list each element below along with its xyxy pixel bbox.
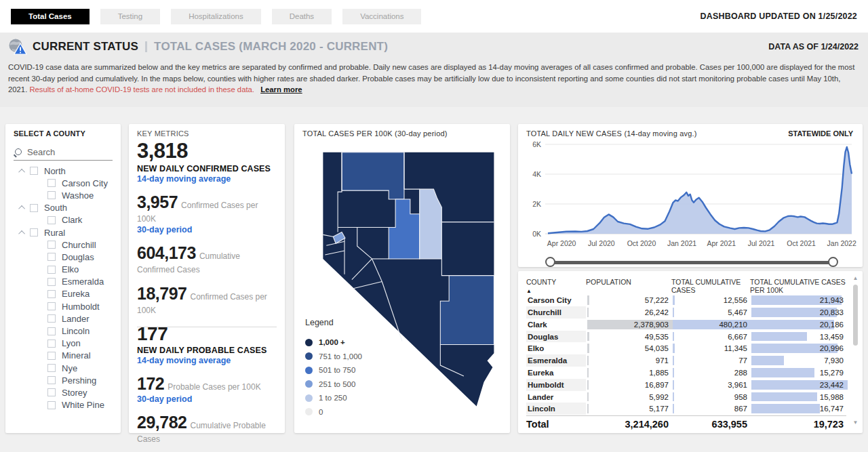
data-bar	[587, 332, 589, 342]
tree-item-eureka[interactable]: Eureka	[5, 288, 121, 300]
svg-text:Jul 2021: Jul 2021	[748, 239, 775, 247]
slider-handle-start[interactable]	[545, 257, 555, 267]
tab-hospitalizations[interactable]: Hospitalizations	[171, 9, 261, 24]
checkbox[interactable]	[47, 216, 56, 224]
checkbox[interactable]	[47, 278, 56, 286]
data-bar	[587, 368, 589, 377]
column-header-total-cases[interactable]: TOTAL CUMULATIVE CASES	[671, 275, 750, 294]
table-row-churchill[interactable]: Churchill26,2425,46720,833	[526, 306, 846, 319]
learn-more-link[interactable]: Learn more	[260, 85, 302, 94]
checkbox[interactable]	[47, 388, 56, 396]
checkbox[interactable]	[47, 340, 56, 348]
data-bar	[673, 308, 674, 317]
new-daily-probable-value: 177	[137, 323, 277, 345]
checkbox[interactable]	[47, 327, 56, 335]
checkbox[interactable]	[47, 179, 56, 187]
tab-testing[interactable]: Testing	[100, 9, 160, 24]
data-bar	[587, 356, 589, 365]
checkbox[interactable]	[30, 204, 38, 212]
table-row-carson-city[interactable]: Carson City57,22212,55621,943	[526, 294, 846, 306]
tree-item-humboldt[interactable]: Humboldt	[5, 300, 121, 312]
tree-item-elko[interactable]: Elko	[5, 264, 121, 276]
tree-item-washoe[interactable]: Washoe	[5, 189, 121, 201]
slider-track[interactable]	[551, 261, 833, 264]
tree-item-lincoln[interactable]: Lincoln	[5, 325, 121, 337]
tree-item-lyon[interactable]: Lyon	[5, 337, 121, 350]
checkbox[interactable]	[30, 167, 38, 175]
checkbox[interactable]	[47, 352, 56, 360]
checkbox[interactable]	[47, 253, 56, 261]
scrollbar-thumb[interactable]	[853, 285, 858, 346]
tree-item-carson-city[interactable]: Carson City	[5, 177, 121, 189]
tree-item-lander[interactable]: Lander	[5, 312, 121, 325]
tab-total-cases[interactable]: Total Cases	[11, 9, 90, 24]
table-row-lincoln[interactable]: Lincoln5,17786716,747	[526, 403, 846, 415]
chevron-up-icon[interactable]	[15, 230, 30, 235]
checkbox[interactable]	[47, 191, 56, 199]
table-row-eureka[interactable]: Eureka1,88528815,279	[526, 367, 846, 379]
column-header-county[interactable]: COUNTY▲	[526, 275, 586, 294]
map-panel: TOTAL CASES PER 100K (30-day period)	[294, 124, 510, 433]
data-bar	[673, 295, 675, 305]
confirmed-per-100k-cumulative: 18,797Confirmed Cases per 100K	[137, 284, 277, 316]
header-band: CURRENT STATUS TOTAL CASES (MARCH 2020 -…	[0, 33, 868, 107]
tree-item-churchill[interactable]: Churchill	[5, 239, 121, 251]
statewide-only-badge: STATEWIDE ONLY	[788, 129, 853, 138]
tree-item-nye[interactable]: Nye	[5, 362, 121, 374]
tab-vaccinations[interactable]: Vaccinations	[342, 9, 421, 24]
dashboard-description: COVID-19 case data are summarized below …	[8, 62, 859, 96]
chevron-up-icon[interactable]	[15, 205, 30, 210]
tree-item-douglas[interactable]: Douglas	[5, 251, 121, 263]
tree-item-storey[interactable]: Storey	[5, 386, 121, 398]
scroll-down-arrow[interactable]: ▼	[852, 419, 859, 426]
search-input[interactable]	[27, 147, 95, 157]
date-range-slider	[518, 257, 863, 268]
svg-text:Oct 2021: Oct 2021	[787, 239, 816, 247]
tab-deaths[interactable]: Deaths	[272, 9, 332, 24]
checkbox[interactable]	[47, 364, 56, 372]
tree-group-rural[interactable]: Rural	[5, 226, 121, 239]
legend-item: 251 to 500	[305, 380, 362, 388]
slider-handle-end[interactable]	[828, 257, 838, 267]
legend-item: 501 to 750	[305, 366, 362, 374]
chevron-up-icon[interactable]	[15, 169, 30, 173]
data-bar	[673, 332, 674, 342]
county-table-panel: COUNTY▲ POPULATION TOTAL CUMULATIVE CASE…	[518, 271, 863, 433]
page-title: CURRENT STATUS	[33, 40, 138, 54]
legend-color-dot	[305, 380, 313, 388]
legend-color-dot	[305, 408, 313, 415]
data-bar	[587, 308, 589, 317]
dashboard-updated-label: DASHBOARD UPDATED ON 1/25/2022	[700, 12, 857, 21]
tree-item-pershing[interactable]: Pershing	[5, 374, 121, 386]
table-row-humboldt[interactable]: Humboldt16,8973,96123,442	[526, 379, 846, 391]
checkbox[interactable]	[47, 314, 56, 323]
table-row-douglas[interactable]: Douglas49,5356,66713,459	[526, 331, 846, 343]
checkbox[interactable]	[47, 241, 56, 249]
table-row-lander[interactable]: Lander5,99295815,988	[526, 391, 846, 403]
column-header-population[interactable]: POPULATION	[586, 275, 671, 294]
table-row-esmeralda[interactable]: Esmeralda971777,930	[526, 354, 846, 367]
scroll-up-arrow[interactable]: ▲	[852, 275, 859, 282]
checkbox[interactable]	[47, 266, 56, 274]
checkbox[interactable]	[47, 376, 56, 384]
checkbox[interactable]	[30, 228, 38, 237]
search-icon	[14, 148, 22, 157]
legend-color-dot	[305, 394, 313, 402]
legend-item: 1,000 +	[305, 338, 362, 346]
county-table: COUNTY▲ POPULATION TOTAL CUMULATIVE CASE…	[526, 275, 846, 432]
tree-item-clark[interactable]: Clark	[5, 214, 121, 226]
checkbox[interactable]	[47, 401, 56, 409]
table-row-elko[interactable]: Elko54,03511,34520,996	[526, 342, 846, 354]
checkbox[interactable]	[47, 302, 56, 310]
tree-group-north[interactable]: North	[5, 165, 121, 177]
county-search[interactable]	[14, 147, 113, 161]
tree-group-south[interactable]: South	[5, 202, 121, 214]
tree-item-esmeralda[interactable]: Esmeralda	[5, 276, 121, 288]
checkbox[interactable]	[47, 290, 56, 298]
tree-item-mineral[interactable]: Mineral	[5, 350, 121, 362]
tree-item-white-pine[interactable]: White Pine	[5, 399, 121, 411]
column-header-cases-per-100k[interactable]: TOTAL CUMULATIVE CASES PER 100K	[750, 275, 846, 294]
table-row-clark[interactable]: Clark2,378,903480,21020,186	[526, 319, 846, 331]
probable-per-100k-30day: 172Probable Cases per 100K 30-day period	[137, 374, 277, 404]
svg-text:Jan 2021: Jan 2021	[667, 239, 696, 247]
